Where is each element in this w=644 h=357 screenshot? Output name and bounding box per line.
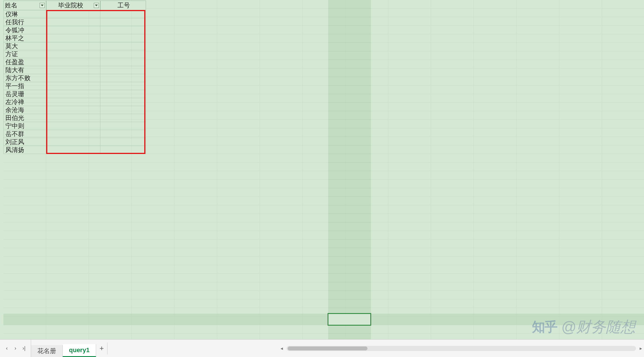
name-cell[interactable]: 平一指 — [3, 82, 46, 90]
school-cell[interactable] — [46, 66, 100, 74]
school-cell[interactable] — [46, 138, 100, 146]
id-cell[interactable] — [100, 98, 146, 106]
id-cell[interactable] — [100, 122, 146, 130]
id-cell[interactable] — [100, 90, 146, 98]
id-cell[interactable] — [100, 50, 146, 58]
column-header-0[interactable]: 姓名 — [3, 1, 46, 10]
school-cell[interactable] — [46, 98, 100, 106]
spreadsheet-grid[interactable]: 姓名毕业院校工号 仪琳任我行令狐冲林平之莫大方证任盈盈陆大有东方不败平一指岳灵珊… — [0, 0, 644, 339]
name-cell[interactable]: 方证 — [3, 50, 46, 58]
column-header-label: 毕业院校 — [46, 1, 94, 10]
column-header-label: 工号 — [101, 1, 146, 10]
horizontal-scroll-area: ◄ ► — [107, 340, 644, 357]
name-cell[interactable]: 宁中则 — [3, 122, 46, 130]
id-cell[interactable] — [100, 82, 146, 90]
sheet-nav-next[interactable]: › — [11, 344, 19, 352]
sheet-tab-bar: ‹ › ›| 花名册query1 + ◄ ► — [0, 339, 644, 357]
watermark: 知乎 @财务随想 — [532, 317, 635, 337]
sheet-tab-花名册[interactable]: 花名册 — [31, 345, 63, 357]
zhihu-logo: 知乎 — [532, 318, 557, 336]
active-cell[interactable] — [328, 313, 371, 326]
id-cell[interactable] — [100, 74, 146, 82]
hscroll-right-icon[interactable]: ► — [638, 345, 644, 352]
sheet-nav-prev[interactable]: ‹ — [3, 344, 11, 352]
school-cell[interactable] — [46, 146, 100, 154]
hscroll-track[interactable] — [287, 346, 636, 351]
id-cell[interactable] — [100, 34, 146, 42]
school-cell[interactable] — [46, 114, 100, 122]
id-cell[interactable] — [100, 26, 146, 34]
school-cell[interactable] — [46, 74, 100, 82]
school-cell[interactable] — [46, 122, 100, 130]
id-cell[interactable] — [100, 130, 146, 138]
school-cell[interactable] — [46, 58, 100, 66]
school-cell[interactable] — [46, 10, 100, 18]
sheet-nav-last[interactable]: ›| — [20, 344, 28, 352]
id-cell[interactable] — [100, 66, 146, 74]
watermark-text: @财务随想 — [561, 317, 635, 337]
id-cell[interactable] — [100, 18, 146, 26]
filter-dropdown-icon[interactable] — [94, 3, 99, 8]
school-cell[interactable] — [46, 82, 100, 90]
name-cell[interactable]: 田伯光 — [3, 114, 46, 122]
id-cell[interactable] — [100, 58, 146, 66]
school-cell[interactable] — [46, 90, 100, 98]
school-cell[interactable] — [46, 106, 100, 114]
name-cell[interactable]: 岳灵珊 — [3, 90, 46, 98]
school-cell[interactable] — [46, 34, 100, 42]
filter-dropdown-icon[interactable] — [40, 3, 45, 8]
id-cell[interactable] — [100, 42, 146, 50]
name-cell[interactable]: 任我行 — [3, 18, 46, 26]
hscroll-left-icon[interactable]: ◄ — [279, 345, 285, 352]
school-cell[interactable] — [46, 26, 100, 34]
name-cell[interactable]: 刘正风 — [3, 138, 46, 146]
name-cell[interactable]: 任盈盈 — [3, 58, 46, 66]
name-cell[interactable]: 岳不群 — [3, 130, 46, 138]
name-cell[interactable]: 莫大 — [3, 42, 46, 50]
id-cell[interactable] — [100, 146, 146, 154]
name-cell[interactable]: 林平之 — [3, 34, 46, 42]
id-cell[interactable] — [100, 106, 146, 114]
id-cell[interactable] — [100, 10, 146, 18]
name-cell[interactable]: 陆大有 — [3, 66, 46, 74]
school-cell[interactable] — [46, 50, 100, 58]
name-cell[interactable]: 令狐冲 — [3, 26, 46, 34]
sheet-nav-buttons: ‹ › ›| — [0, 340, 31, 357]
column-header-1[interactable]: 毕业院校 — [46, 1, 100, 10]
name-cell[interactable]: 余沧海 — [3, 106, 46, 114]
school-cell[interactable] — [46, 42, 100, 50]
name-cell[interactable]: 左冷禅 — [3, 98, 46, 106]
add-sheet-button[interactable]: + — [96, 342, 107, 354]
name-cell[interactable]: 风清扬 — [3, 146, 46, 154]
column-header-2[interactable]: 工号 — [100, 1, 146, 10]
hscroll-thumb[interactable] — [288, 346, 367, 350]
sheet-tabs: 花名册query1 — [31, 340, 96, 357]
name-cell[interactable]: 仪琳 — [3, 10, 46, 18]
row-header-gutter — [0, 0, 3, 339]
id-cell[interactable] — [100, 114, 146, 122]
school-cell[interactable] — [46, 18, 100, 26]
name-cell[interactable]: 东方不败 — [3, 74, 46, 82]
id-cell[interactable] — [100, 138, 146, 146]
column-header-label: 姓名 — [4, 1, 40, 10]
sheet-tab-query1[interactable]: query1 — [63, 344, 96, 357]
school-cell[interactable] — [46, 130, 100, 138]
